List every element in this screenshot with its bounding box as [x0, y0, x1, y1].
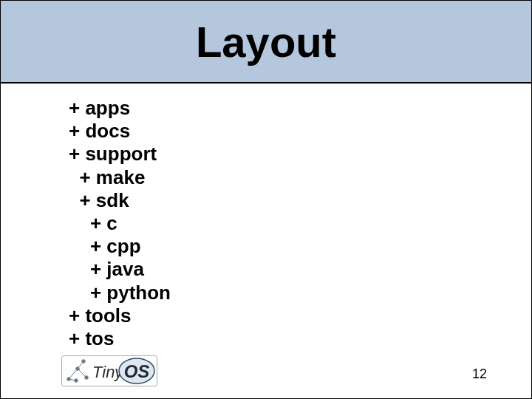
slide: Layout + apps + docs + support + make + …: [0, 0, 532, 399]
svg-point-5: [67, 378, 71, 381]
tree-item: + java: [69, 258, 171, 281]
svg-point-9: [75, 379, 78, 383]
tree-item: + cpp: [69, 235, 171, 258]
slide-title: Layout: [196, 17, 336, 66]
tree-item: + docs: [69, 120, 171, 143]
tree-item: + c: [69, 212, 171, 235]
tree-item: + apps: [69, 97, 171, 120]
tree-item: + tools: [69, 304, 171, 327]
title-bar: Layout: [1, 1, 531, 83]
page-number: 12: [472, 366, 487, 382]
directory-tree: + apps + docs + support + make + sdk + c…: [69, 97, 171, 350]
svg-point-7: [85, 376, 89, 380]
svg-text:OS: OS: [124, 361, 150, 381]
svg-point-6: [76, 367, 80, 371]
tree-item: + sdk: [69, 189, 171, 212]
tinyos-logo: Tiny OS: [61, 355, 157, 386]
tree-item: + support: [69, 143, 171, 166]
svg-point-8: [82, 360, 86, 364]
tree-item: + python: [69, 282, 171, 304]
logo-text-os: OS: [119, 358, 154, 383]
tree-item: + make: [69, 166, 171, 189]
tree-item: + tos: [69, 327, 171, 350]
